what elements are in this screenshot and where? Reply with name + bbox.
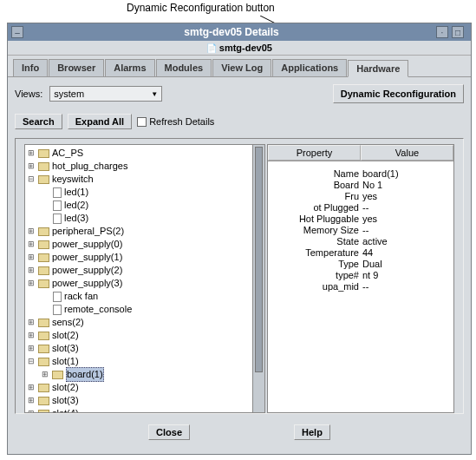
property-value: -- [361,225,450,235]
folder-icon [52,371,63,379]
window-subtitle: smtg-dev05 [8,41,471,56]
folder-icon [38,266,49,275]
tree-scrollbar[interactable] [252,145,264,412]
help-button[interactable]: Help [294,424,330,440]
tree-item[interactable]: ⊞slot(2) [27,381,263,394]
tree-item[interactable]: led(1) [27,186,263,199]
tab-alarms[interactable]: Alarms [105,59,154,76]
folder-icon [38,397,49,405]
property-row: upa_mid-- [271,281,450,292]
toggle-icon[interactable]: ⊟ [27,355,36,368]
tree-item[interactable]: led(3) [27,212,263,225]
minimize-button[interactable]: · [436,26,448,38]
folder-icon [38,149,49,158]
tree-item-label: slot(2) [52,381,79,394]
folder-icon [38,384,49,392]
tree-item[interactable]: remote_console [27,303,263,316]
views-value: system [54,89,84,99]
toggle-icon[interactable]: ⊞ [27,407,36,413]
tree-item[interactable]: ⊞power_supply(2) [27,264,263,277]
window-title: smtg-dev05 Details [27,26,436,38]
window-menu-button[interactable]: – [11,26,23,38]
tab-view-log[interactable]: View Log [212,59,271,76]
tree-item-label: hot_plug_charges [52,160,127,173]
page-icon [53,200,62,211]
toggle-icon[interactable]: ⊞ [41,368,49,381]
property-label: Name [271,168,361,179]
tree-item[interactable]: ⊞power_supply(3) [27,277,263,290]
tab-bar: Info Browser Alarms Modules View Log App… [8,56,471,77]
property-row: ot Plugged-- [271,202,450,213]
folder-icon [38,240,49,249]
toolbar: Search Expand All Refresh Details [8,110,471,138]
property-row: Stateactive [271,236,450,246]
tree-item-label: keyswitch [52,173,94,186]
tree-item-label: power_supply(0) [52,238,122,251]
property-row: Memory Size-- [271,225,450,235]
scrollbar-thumb[interactable] [255,147,263,372]
tree-item[interactable]: ⊞slot(3) [27,342,263,355]
tree-item-label: peripheral_PS(2) [52,225,124,238]
tree-item[interactable]: ⊞power_supply(1) [27,251,263,264]
footer: Close Help [8,414,471,450]
folder-icon [38,175,49,184]
expand-all-button[interactable]: Expand All [68,114,132,129]
toggle-icon[interactable]: ⊞ [27,342,36,355]
details-window: – smtg-dev05 Details · □ smtg-dev05 Info… [7,23,472,455]
tab-info[interactable]: Info [13,59,48,76]
tab-modules[interactable]: Modules [156,59,212,76]
property-row: BoardNo 1 [271,180,450,190]
maximize-button[interactable]: □ [452,26,464,38]
toggle-icon[interactable]: ⊞ [27,147,36,160]
value-column-header: Value [361,145,453,161]
content-area: ⊞AC_PS⊞hot_plug_charges⊟keyswitchled(1)l… [15,138,464,414]
toggle-icon[interactable]: ⊞ [27,277,36,290]
tab-hardware[interactable]: Hardware [348,60,408,77]
property-value: No 1 [361,180,450,190]
tab-browser[interactable]: Browser [49,59,104,76]
properties-header: Property Value [268,145,453,161]
property-column-header: Property [268,145,361,161]
views-label: Views: [15,89,42,99]
toggle-icon[interactable]: ⊞ [27,160,36,173]
tree-item[interactable]: ⊞AC_PS [27,147,263,160]
tree-item[interactable]: ⊞sens(2) [27,316,263,329]
refresh-details-checkbox[interactable]: Refresh Details [137,116,214,128]
tree-item[interactable]: ⊞slot(4) [27,407,263,413]
toggle-icon[interactable]: ⊞ [27,316,36,329]
tree-item-label: power_supply(3) [52,277,122,290]
tree-item[interactable]: led(2) [27,199,263,212]
property-label: Type [271,259,361,269]
tree-item[interactable]: ⊞slot(3) [27,394,263,407]
dynamic-reconfiguration-button[interactable]: Dynamic Reconfiguration [333,84,464,103]
toggle-icon[interactable]: ⊟ [27,173,36,186]
folder-icon [38,227,49,236]
toggle-icon[interactable]: ⊞ [27,225,36,238]
property-label: Memory Size [271,225,361,235]
tree-item[interactable]: ⊞board(1) [27,368,263,381]
tab-applications[interactable]: Applications [272,59,347,76]
tree-item[interactable]: ⊞slot(2) [27,329,263,342]
folder-icon [38,332,49,340]
toggle-icon[interactable]: ⊞ [27,381,36,394]
tree-item[interactable]: ⊟slot(1) [27,355,263,368]
folder-icon [38,253,49,262]
tree-item-label: sens(2) [52,316,84,329]
tree-item-label: slot(1) [52,355,79,368]
tree-item[interactable]: ⊟keyswitch [27,173,263,186]
search-button[interactable]: Search [15,114,62,129]
toggle-icon[interactable]: ⊞ [27,394,36,407]
views-dropdown[interactable]: system ▼ [49,86,162,102]
tree-item[interactable]: ⊞hot_plug_charges [27,160,263,173]
property-row: Hot Pluggableyes [271,214,450,224]
tree-item[interactable]: rack fan [27,290,263,303]
toggle-icon[interactable]: ⊞ [27,329,36,342]
tree-item[interactable]: ⊞peripheral_PS(2) [27,225,263,238]
toggle-icon[interactable]: ⊞ [27,238,36,251]
tree-view[interactable]: ⊞AC_PS⊞hot_plug_charges⊟keyswitchled(1)l… [25,145,264,413]
tree-item-label: power_supply(1) [52,251,122,264]
toggle-icon[interactable]: ⊞ [27,264,36,277]
close-button[interactable]: Close [148,424,190,440]
tree-item[interactable]: ⊞power_supply(0) [27,238,263,251]
toggle-icon[interactable]: ⊞ [27,251,36,264]
